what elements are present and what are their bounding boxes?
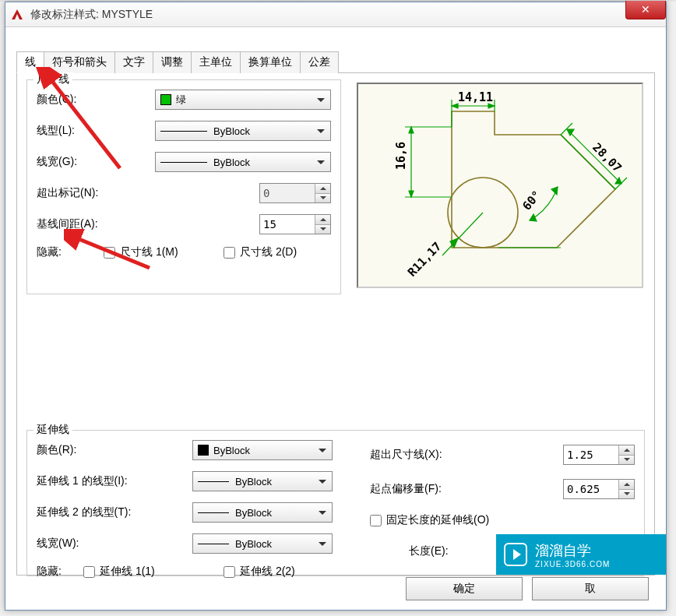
svg-text:16,6: 16,6 <box>394 142 408 170</box>
fieldset-dim-lines-legend: 尺寸线 <box>33 72 72 86</box>
cancel-button[interactable]: 取 <box>532 577 649 600</box>
hide-dimline2-checkbox[interactable] <box>224 247 235 259</box>
spin-up-icon[interactable] <box>619 445 634 456</box>
chevron-down-icon <box>315 505 329 519</box>
svg-text:R11,17: R11,17 <box>405 239 445 279</box>
watermark-name: 溜溜自学 <box>535 541 610 560</box>
chevron-down-icon <box>314 93 328 107</box>
dialog-buttons: 确定 取 <box>406 577 649 600</box>
chevron-down-icon <box>314 155 328 169</box>
hide-dimline1-label: 尺寸线 1(M) <box>120 245 178 259</box>
lineweight-dropdown[interactable]: ByBlock <box>155 152 331 172</box>
ext-offset-spinner[interactable] <box>563 479 635 499</box>
lineweight-value: ByBlock <box>213 157 250 168</box>
svg-marker-8 <box>409 191 414 197</box>
color-label: 颜色(C): <box>37 93 155 107</box>
line-sample-icon <box>160 162 207 163</box>
spin-up-icon[interactable] <box>315 215 330 225</box>
spin-down-icon <box>315 194 330 203</box>
chevron-down-icon <box>314 124 328 138</box>
color-swatch-icon <box>198 445 209 456</box>
lineweight-label: 线宽(G): <box>37 155 155 169</box>
ext-color-value: ByBlock <box>213 445 250 456</box>
linetype-dropdown[interactable]: ByBlock <box>155 121 331 141</box>
hide-dimline1-checkbox[interactable] <box>104 247 115 259</box>
tab-fit[interactable]: 调整 <box>153 51 192 73</box>
spin-up-icon[interactable] <box>619 480 634 490</box>
titlebar: 修改标注样式: MYSTYLE ✕ <box>5 2 666 27</box>
fixed-length-label: 固定长度的延伸线(O) <box>386 513 489 527</box>
ext-beyond-dim-label: 超出尺寸线(X): <box>370 448 442 462</box>
spin-up-icon <box>315 184 330 194</box>
chevron-down-icon <box>315 537 329 551</box>
baseline-spinner[interactable] <box>259 214 331 234</box>
baseline-label: 基线间距(A): <box>37 217 259 231</box>
fieldset-ext-lines-legend: 延伸线 <box>33 423 72 437</box>
ext-lt1-dropdown[interactable]: ByBlock <box>192 471 333 491</box>
dim-preview-svg: 14,11 16,6 28,07 60° R11,17 <box>358 84 642 287</box>
ext-color-label: 颜色(R): <box>37 443 192 457</box>
hide-label: 隐藏: <box>37 245 104 259</box>
hide-dimline2-label: 尺寸线 2(D) <box>240 245 297 259</box>
line-sample-icon <box>198 512 229 513</box>
spin-down-icon[interactable] <box>619 490 634 499</box>
ext-beyond-dim-spinner[interactable] <box>563 445 635 465</box>
watermark-badge: 溜溜自学 ZIXUE.3D66.COM <box>496 534 666 575</box>
fieldset-dim-lines: 尺寸线 颜色(C): 绿 线型(L): ByBlock <box>26 79 341 294</box>
svg-marker-16 <box>530 214 537 221</box>
ext-length-label: 长度(E): <box>409 544 449 558</box>
ok-button[interactable]: 确定 <box>406 577 523 600</box>
svg-marker-7 <box>409 127 414 133</box>
ext-lw-value: ByBlock <box>235 538 272 550</box>
tab-text[interactable]: 文字 <box>114 51 153 73</box>
autocad-icon <box>10 8 24 22</box>
tab-primary-units[interactable]: 主单位 <box>191 51 241 73</box>
chevron-down-icon <box>315 443 329 457</box>
ext-offset-label: 起点偏移量(F): <box>370 482 442 496</box>
ext-lt1-value: ByBlock <box>235 476 272 488</box>
color-dropdown[interactable]: 绿 <box>155 90 331 110</box>
tab-panel-lines: 尺寸线 颜色(C): 绿 线型(L): ByBlock <box>16 73 655 576</box>
ext-lt2-label: 延伸线 2 的线型(T): <box>37 505 192 519</box>
ext-lw-dropdown[interactable]: ByBlock <box>192 533 333 554</box>
modify-dimstyle-dialog: 修改标注样式: MYSTYLE ✕ 线 符号和箭头 文字 调整 主单位 换算单位… <box>5 2 667 611</box>
hide-extline1-checkbox[interactable] <box>83 566 95 578</box>
baseline-input[interactable] <box>260 215 315 234</box>
tab-alternate-units[interactable]: 换算单位 <box>240 51 301 73</box>
ext-hide-label: 隐藏: <box>37 565 83 579</box>
spin-down-icon[interactable] <box>619 456 634 465</box>
color-swatch-icon <box>160 94 171 105</box>
chevron-down-icon <box>315 474 329 488</box>
ext-beyond-label: 超出标记(N): <box>37 186 259 200</box>
tab-symbols-arrows[interactable]: 符号和箭头 <box>44 51 115 73</box>
svg-marker-2 <box>452 104 458 108</box>
watermark-url: ZIXUE.3D66.COM <box>535 560 610 568</box>
ext-offset-input[interactable] <box>564 480 618 498</box>
hide-extline2-checkbox[interactable] <box>224 566 235 578</box>
preview-pane: 14,11 16,6 28,07 60° R11,17 <box>357 83 643 288</box>
ext-lt1-label: 延伸线 1 的线型(I): <box>37 474 192 488</box>
tab-tolerances[interactable]: 公差 <box>300 51 339 73</box>
line-sample-icon <box>160 131 207 132</box>
svg-marker-12 <box>567 129 574 136</box>
color-value: 绿 <box>176 93 186 107</box>
ext-lt2-dropdown[interactable]: ByBlock <box>192 502 333 523</box>
tab-strip: 线 符号和箭头 文字 调整 主单位 换算单位 公差 <box>16 51 655 73</box>
ext-beyond-dim-input[interactable] <box>564 445 618 464</box>
ext-beyond-spinner <box>259 183 331 203</box>
close-button[interactable]: ✕ <box>625 1 666 19</box>
linetype-value: ByBlock <box>213 125 250 137</box>
ext-lt2-value: ByBlock <box>235 507 272 519</box>
tab-lines[interactable]: 线 <box>16 51 44 73</box>
play-icon <box>504 543 527 566</box>
ext-color-dropdown[interactable]: ByBlock <box>192 440 333 460</box>
linetype-label: 线型(L): <box>37 124 155 138</box>
hide-extline2-label: 延伸线 2(2) <box>240 565 295 579</box>
ext-beyond-input <box>260 184 315 202</box>
dialog-title: 修改标注样式: MYSTYLE <box>30 8 153 22</box>
svg-text:14,11: 14,11 <box>458 90 493 104</box>
ext-lw-label: 线宽(W): <box>37 537 192 551</box>
svg-text:60°: 60° <box>519 188 544 213</box>
spin-down-icon[interactable] <box>315 225 330 234</box>
fixed-length-checkbox[interactable] <box>370 515 382 526</box>
